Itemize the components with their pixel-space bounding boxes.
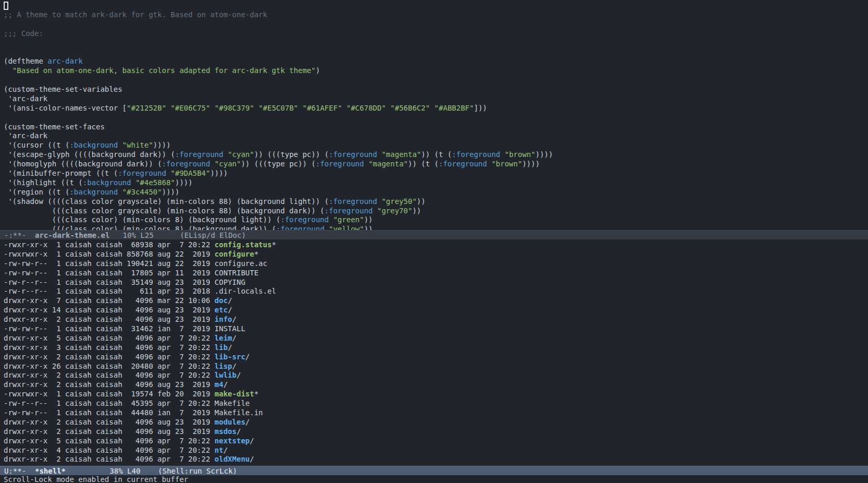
modeline-modes[interactable]: (Shell:run ScrLck) — [158, 467, 237, 475]
code-line[interactable]: 'arc-dark — [4, 131, 868, 141]
shell-row[interactable]: drwxr-xr-x 2 caisah caisah 4096 aug 23 2… — [4, 418, 868, 427]
shell-row[interactable]: drwxr-xr-x 26 caisah caisah 20480 apr 7 … — [4, 362, 868, 371]
echo-message: Scroll-Lock mode enabled in current buff… — [4, 475, 188, 483]
code-line[interactable]: '(minibuffer-prompt ((t (:foreground "#9… — [4, 169, 868, 178]
file-name[interactable]: lib — [215, 343, 228, 352]
file-name[interactable]: lib-src — [215, 353, 246, 361]
code-line[interactable] — [4, 20, 868, 29]
code-line[interactable]: '(highlight ((t (:background "#4e5868"))… — [4, 178, 868, 188]
code-line[interactable] — [4, 113, 868, 123]
code-line[interactable] — [4, 1, 868, 10]
shell-row[interactable]: drwxr-xr-x 5 caisah caisah 4096 apr 7 20… — [4, 334, 868, 343]
file-name[interactable]: m4 — [215, 380, 224, 389]
file-name[interactable]: COPYING — [215, 278, 246, 286]
file-name[interactable]: config.status — [215, 240, 272, 249]
code-line[interactable]: ;;; Code: — [4, 29, 868, 39]
code-line[interactable]: '(region ((t (:background "#3c4450")))) — [4, 188, 868, 197]
editor-modeline[interactable]: -:**- arc-dark-theme.el 10% L25 (ELisp/d… — [0, 230, 868, 239]
shell-row[interactable]: -rw-r--r-- 1 caisah caisah 611 apr 23 20… — [4, 287, 868, 296]
file-name[interactable]: lwlib — [215, 371, 237, 379]
code-line[interactable]: '(cursor ((t (:background "white")))) — [4, 141, 868, 150]
code-line[interactable]: "Based on atom-one-dark, basic colors ad… — [4, 66, 868, 76]
modeline-buffer-name[interactable]: arc-dark-theme.el — [35, 231, 109, 239]
shell-row[interactable]: drwxr-xr-x 2 caisah caisah 4096 apr 7 20… — [4, 371, 868, 380]
file-name[interactable]: modules — [215, 418, 246, 426]
code-line[interactable]: '(shadow ((((class color grayscale) (min… — [4, 197, 868, 207]
code-line[interactable]: '(ansi-color-names-vector ["#21252B" "#E… — [4, 104, 868, 113]
modeline-modes[interactable]: (ELisp/d ElDoc) — [180, 231, 246, 239]
shell-row[interactable]: drwxr-xr-x 5 caisah caisah 4096 apr 7 20… — [4, 437, 868, 446]
shell-row[interactable]: drwxr-xr-x 2 caisah caisah 4096 apr 7 20… — [4, 455, 868, 464]
shell-row[interactable]: drwxr-xr-x 14 caisah caisah 4096 aug 23 … — [4, 306, 868, 315]
modeline-flags: U:**- — [4, 467, 35, 475]
file-name[interactable]: configure — [215, 250, 254, 258]
echo-area: Scroll-Lock mode enabled in current buff… — [0, 475, 868, 483]
modeline-position: 10% L25 — [109, 231, 180, 239]
code-line[interactable]: ;; A theme to match ark-dark for gtk. Ba… — [4, 10, 868, 20]
shell-row[interactable]: drwxr-xr-x 4 caisah caisah 4096 apr 7 20… — [4, 446, 868, 455]
shell-row[interactable]: drwxr-xr-x 2 caisah caisah 4096 aug 23 2… — [4, 380, 868, 390]
file-name[interactable]: info — [215, 315, 233, 323]
shell-row[interactable]: -rw-rw-r-- 1 caisah caisah 190421 aug 22… — [4, 259, 868, 269]
shell-row[interactable]: drwxr-xr-x 2 caisah caisah 4096 aug 23 2… — [4, 315, 868, 324]
shell-row[interactable]: -rw-rw-r-- 1 caisah caisah 31462 ian 7 2… — [4, 324, 868, 334]
code-line[interactable]: 'arc-dark — [4, 94, 868, 104]
editor-window[interactable]: ;; A theme to match ark-dark for gtk. Ba… — [0, 0, 868, 230]
shell-row[interactable]: -rw-rw-r-- 1 caisah caisah 44480 ian 7 2… — [4, 408, 868, 418]
file-name[interactable]: nt — [215, 446, 224, 454]
code-line[interactable]: (((class color) (min-colors 8) (backgrou… — [4, 215, 868, 225]
code-line[interactable]: '(escape-glyph ((((background dark)) (:f… — [4, 150, 868, 160]
modeline-flags: -:**- — [4, 231, 35, 239]
shell-row[interactable]: -rwxr-xr-x 1 caisah caisah 68938 apr 7 2… — [4, 240, 868, 250]
shell-row[interactable]: -rw-r--r-- 1 caisah caisah 35149 aug 23 … — [4, 278, 868, 287]
file-name[interactable]: nextstep — [215, 437, 250, 445]
code-line[interactable] — [4, 39, 868, 48]
hollow-text-cursor — [4, 2, 8, 10]
file-name[interactable]: CONTRIBUTE — [215, 269, 259, 277]
modeline-buffer-name[interactable]: *shell* — [35, 467, 66, 475]
editor-buffer-text[interactable]: ;; A theme to match ark-dark for gtk. Ba… — [0, 0, 868, 230]
file-name[interactable]: lisp — [215, 362, 233, 370]
shell-row[interactable]: drwxr-xr-x 3 caisah caisah 4096 apr 7 20… — [4, 343, 868, 353]
shell-row[interactable]: drwxr-xr-x 7 caisah caisah 4096 mar 22 1… — [4, 296, 868, 306]
shell-modeline[interactable]: U:**- *shell* 38% L40 (Shell:run ScrLck) — [0, 466, 868, 475]
code-line[interactable]: (deftheme arc-dark — [4, 57, 868, 66]
shell-row[interactable]: -rwxrwxr-x 1 caisah caisah 19574 feb 20 … — [4, 390, 868, 399]
code-line[interactable]: '(homoglyph ((((background dark)) (:fore… — [4, 160, 868, 169]
file-name[interactable]: configure.ac — [215, 259, 267, 268]
shell-row[interactable]: drwxr-xr-x 2 caisah caisah 4096 apr 7 20… — [4, 353, 868, 362]
shell-row[interactable]: -rw-rw-r-- 1 caisah caisah 17805 apr 11 … — [4, 269, 868, 278]
shell-row[interactable]: -rw-r--r-- 1 caisah caisah 45395 apr 7 2… — [4, 399, 868, 408]
shell-window[interactable]: -rwxr-xr-x 1 caisah caisah 68938 apr 7 2… — [0, 239, 868, 466]
file-name[interactable]: oldXMenu — [215, 455, 250, 463]
file-name[interactable]: msdos — [215, 427, 237, 436]
shell-buffer-text[interactable]: -rwxr-xr-x 1 caisah caisah 68938 apr 7 2… — [0, 239, 868, 464]
code-line[interactable]: (custom-theme-set-faces — [4, 123, 868, 132]
file-name[interactable]: doc — [215, 296, 228, 305]
file-name[interactable]: leim — [215, 334, 233, 342]
code-line[interactable]: (((class color grayscale) (min-colors 88… — [4, 207, 868, 216]
file-name[interactable]: Makefile — [215, 399, 250, 407]
shell-row[interactable]: drwxr-xr-x 2 caisah caisah 4096 aug 23 2… — [4, 427, 868, 437]
code-line[interactable]: (((class color) (min-colors 8) (backgrou… — [4, 225, 868, 230]
code-line[interactable]: (custom-theme-set-variables — [4, 85, 868, 94]
modeline-position: 38% L40 — [66, 467, 158, 475]
file-name[interactable]: .dir-locals.el — [215, 287, 276, 295]
code-line[interactable] — [4, 76, 868, 85]
code-line[interactable] — [4, 47, 868, 57]
shell-row[interactable]: -rwxrwxr-x 1 caisah caisah 858768 aug 22… — [4, 250, 868, 259]
file-name[interactable]: Makefile.in — [215, 408, 263, 417]
file-name[interactable]: etc — [215, 306, 228, 314]
file-name[interactable]: make-dist — [215, 390, 254, 398]
file-name[interactable]: INSTALL — [215, 324, 246, 333]
